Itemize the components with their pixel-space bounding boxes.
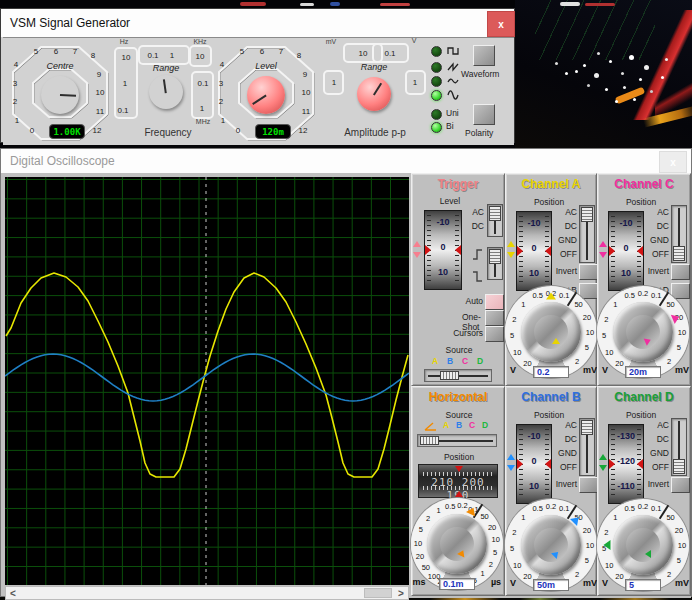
channel-c-gain-knob-tick: 0.5 [624, 291, 634, 300]
centre-tick: 11 [96, 107, 104, 116]
level-label: Level [255, 61, 277, 71]
channel-d-coupling-switch[interactable] [671, 418, 687, 476]
level-knob[interactable] [247, 76, 285, 114]
polarity-uni-label: Uni [446, 108, 459, 118]
waveform-button[interactable] [473, 45, 495, 66]
horizontal-position-counter[interactable]: 210 200 190 [418, 464, 498, 498]
channel-c-gain-knob-tick: 1 [613, 300, 617, 309]
marker-triangle [507, 241, 515, 247]
scope-grid-and-traces [5, 177, 409, 585]
trigger-ac-dc-switch[interactable] [487, 204, 503, 237]
oscilloscope-close-button[interactable]: x [659, 151, 687, 173]
channel-a-coupling-gnd: GND [558, 235, 577, 245]
signal-generator-close-button[interactable]: x [487, 11, 515, 37]
scale-marker-left [517, 459, 523, 469]
polarity-bi-led [431, 122, 442, 133]
centre-tick: 3 [13, 79, 17, 88]
wallpaper-smudge [330, 2, 340, 6]
polarity-button[interactable] [473, 104, 495, 125]
amp-range-tick: 1 [332, 78, 336, 87]
channel-a-ab-button[interactable] [579, 283, 598, 299]
scroll-left-arrow[interactable]: < [6, 587, 20, 599]
channel-c-invert-button[interactable] [671, 264, 690, 280]
channel-b-position-arrows[interactable] [506, 453, 515, 473]
centre-label: Centre [46, 61, 73, 71]
level-tick: 11 [302, 107, 310, 116]
centre-tick: 7 [73, 47, 77, 56]
channel-c-cd-button[interactable] [671, 283, 690, 299]
sawtooth-wave-icon [447, 61, 461, 73]
amp-range-knob[interactable] [357, 77, 391, 111]
channel-b-gain-knob[interactable] [521, 515, 581, 575]
scale-marker-right [545, 246, 551, 256]
wallpaper-top-strip [0, 0, 515, 8]
trigger-cursors-button[interactable] [485, 326, 504, 342]
channel-c-gain-knob-value-display: 20m [625, 366, 661, 378]
channel-b-coupling-switch[interactable] [579, 418, 595, 476]
signal-generator-title: VSM Signal Generator [10, 16, 130, 30]
trigger-level-adjust-arrows[interactable] [412, 240, 421, 260]
channel-a-coupling-dc: DC [565, 221, 577, 231]
trigger-source-slider-thumb[interactable] [440, 371, 459, 380]
freq-range-tick: 0.1 [147, 51, 158, 60]
trigger-auto-button[interactable] [485, 294, 504, 310]
channel-c-gain-knob[interactable] [613, 302, 673, 362]
channel-a-gain-knob-hub [534, 315, 568, 349]
centre-tick: 1 [15, 116, 19, 125]
channel-d-gain-knob-tick: 20 [615, 572, 623, 581]
centre-knob[interactable] [41, 76, 79, 114]
scroll-right-arrow[interactable]: > [394, 587, 408, 599]
channel-a-coupling-switch-thumb[interactable] [581, 207, 593, 222]
wallpaper-smudge [380, 3, 410, 6]
channel-c-position-arrows[interactable] [598, 240, 607, 260]
channel-a-position-arrows[interactable] [506, 240, 515, 260]
horizontal-timebase-knob-tick: 0.2 [457, 501, 467, 510]
trigger-source-slider[interactable] [424, 369, 492, 382]
channel-c-coupling-switch-thumb[interactable] [673, 246, 685, 261]
channel-a-invert-button[interactable] [579, 264, 598, 280]
channel-b-position-scale-value: 10 [517, 481, 551, 491]
channel-b-gain-knob-tick: 20 [583, 525, 591, 534]
horizontal-timebase-knob-tick: 1 [437, 505, 441, 514]
level-tick: 9 [303, 70, 307, 79]
horizontal-source-slider-thumb[interactable] [420, 436, 439, 445]
channel-d-coupling-switch-thumb[interactable] [673, 459, 685, 474]
freq-range-tick: 10 [196, 52, 205, 61]
freq-range-tick: 1 [170, 51, 174, 60]
trigger-level-label: Level [440, 196, 460, 206]
centre-tick: 2 [13, 97, 17, 106]
channel-b-coupling-dc: DC [565, 434, 577, 444]
centre-pointer [60, 94, 76, 97]
channel-a-gain-knob[interactable] [521, 302, 581, 362]
trigger-ac-dc-switch-thumb[interactable] [489, 206, 501, 221]
channel-c-coupling-switch[interactable] [671, 205, 687, 263]
channel-c-invert-label: Invert [648, 266, 669, 276]
signal-generator-titlebar[interactable]: VSM Signal Generator x [1, 9, 514, 37]
horizontal-source-slider[interactable] [417, 434, 497, 447]
trigger-edge-switch[interactable] [487, 247, 503, 280]
horizontal-timebase-knob[interactable] [427, 514, 487, 574]
channel-b-gain-knob-unit-left: V [510, 578, 516, 588]
trigger-source-b: B [447, 356, 453, 366]
channel-d-coupling-ac: AC [657, 420, 669, 430]
channel-d-gain-knob-tick: 0.2 [638, 502, 648, 511]
amp-range-tick: 0.1 [384, 49, 395, 58]
channel-d-invert-button[interactable] [671, 477, 690, 493]
oscilloscope-titlebar[interactable]: Digital Oscilloscope x [1, 149, 691, 173]
channel-d-position-arrows[interactable] [598, 453, 607, 473]
channel-d-gain-knob[interactable] [613, 515, 673, 575]
channel-b-invert-button[interactable] [579, 477, 598, 493]
scope-h-scrollbar[interactable]: < > [5, 586, 409, 600]
trigger-level-scale-value: 10 [425, 267, 461, 277]
freq-range-knob[interactable] [149, 75, 183, 109]
trigger-oneshot-button[interactable] [485, 310, 504, 326]
trigger-edge-switch-thumb[interactable] [489, 249, 501, 264]
channel-b-coupling-switch-thumb[interactable] [581, 420, 593, 435]
channel-a-gain-knob-tick: 5 [510, 331, 514, 340]
channel-a-position-label: Position [534, 197, 564, 207]
horizontal-source-c: C [469, 420, 475, 430]
channel-c-position-scale-value: -10 [609, 218, 643, 228]
channel-a-coupling-switch[interactable] [579, 205, 595, 263]
scrollbar-thumb[interactable] [364, 588, 392, 598]
channel-d-gain-knob-tick: 50 [666, 513, 674, 522]
